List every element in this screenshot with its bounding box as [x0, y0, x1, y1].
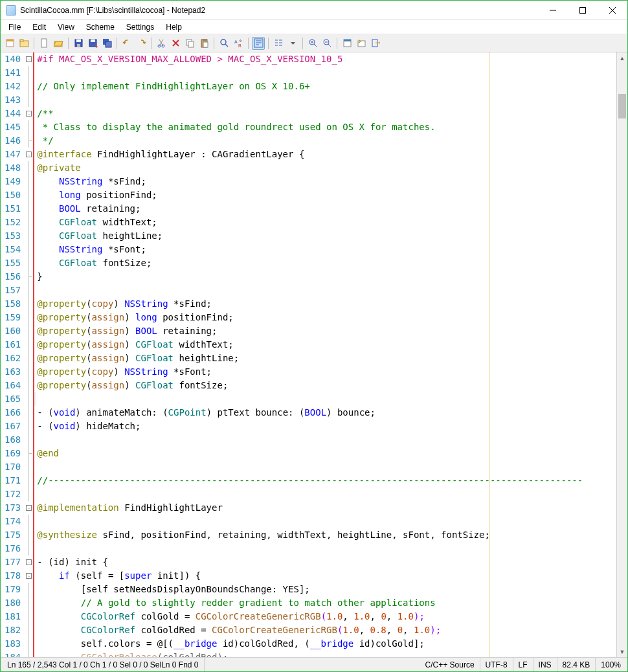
new-window-button[interactable] — [3, 37, 16, 50]
window-controls — [538, 1, 627, 19]
long-line-edge — [489, 52, 489, 657]
code-line — [34, 487, 616, 501]
code-line — [34, 433, 616, 447]
save-copy-button[interactable] — [100, 37, 113, 50]
code-line: @property(copy) NSString *sFont; — [34, 365, 616, 379]
code-line — [34, 284, 616, 297]
code-line: */ — [34, 134, 616, 148]
titlebar: ScintillaCocoa.mm [F:\Libs\scintilla\coc… — [1, 1, 627, 20]
menu-edit[interactable]: Edit — [27, 21, 51, 33]
replace-button[interactable]: AB — [232, 37, 245, 50]
minimize-button[interactable] — [538, 1, 568, 19]
editor[interactable]: 1401411421431441451461471481491501511521… — [1, 52, 627, 657]
line-number-button[interactable] — [272, 37, 285, 50]
menu-settings[interactable]: Settings — [121, 21, 159, 33]
code-line: @private — [34, 161, 616, 175]
maximize-button[interactable] — [568, 1, 598, 19]
toolbar-sep — [117, 38, 117, 49]
code-line: long positionFind; — [34, 188, 616, 202]
menu-scheme[interactable]: Scheme — [81, 21, 120, 33]
save-button[interactable] — [72, 37, 85, 50]
scroll-down-button[interactable]: ▼ — [617, 646, 627, 657]
delete-button[interactable] — [169, 37, 182, 50]
scroll-up-button[interactable]: ▲ — [617, 52, 627, 63]
code-line — [34, 460, 616, 474]
menu-view[interactable]: View — [52, 21, 80, 33]
save-as-button[interactable] — [86, 37, 99, 50]
redo-button[interactable] — [135, 37, 148, 50]
svg-rect-8 — [76, 39, 81, 42]
svg-point-21 — [221, 39, 226, 45]
code-line — [34, 392, 616, 406]
menu-file[interactable]: File — [3, 21, 26, 33]
code-line: // Only implement FindHighlightLayer on … — [34, 80, 616, 93]
svg-rect-28 — [344, 39, 351, 41]
code-line: CGFloat heightLine; — [34, 229, 616, 243]
code-line: * Class to display the animated gold rou… — [34, 120, 616, 134]
code-line: CGColorRef colGoldRed = CGColorCreateGen… — [34, 623, 616, 637]
paste-button[interactable] — [197, 37, 210, 50]
code-line: @synthesize sFind, positionFind, retaini… — [34, 528, 616, 542]
window-title: ScintillaCocoa.mm [F:\Libs\scintilla\coc… — [20, 6, 538, 15]
status-zoom[interactable]: 100% — [596, 658, 626, 671]
open-file-button[interactable] — [52, 37, 65, 50]
menu-help[interactable]: Help — [161, 21, 187, 33]
dropdown-button[interactable] — [286, 37, 299, 50]
copy-button[interactable] — [183, 37, 196, 50]
svg-rect-9 — [77, 44, 80, 47]
code-line: } — [34, 270, 616, 284]
code-line: - (void) hideMatch; — [34, 420, 616, 433]
browse-button[interactable] — [17, 37, 30, 50]
exit-button[interactable] — [369, 37, 382, 50]
svg-rect-0 — [580, 7, 586, 13]
status-ovr[interactable]: INS — [533, 658, 557, 671]
toolbar-sep — [214, 38, 214, 49]
code-line: @end — [34, 447, 616, 460]
app-icon — [6, 5, 16, 16]
code-line: // A gold to slightly redder gradient to… — [34, 596, 616, 610]
code-line: @property(copy) NSString *sFind; — [34, 297, 616, 311]
toolbar: AB — [1, 34, 627, 52]
find-button[interactable] — [218, 37, 230, 50]
svg-text:A: A — [234, 39, 238, 44]
zoom-out-button[interactable] — [320, 37, 333, 50]
cut-button[interactable] — [155, 37, 168, 50]
status-eol[interactable]: LF — [513, 658, 533, 671]
status-encoding[interactable]: UTF-8 — [480, 658, 513, 671]
code-line: BOOL retaining; — [34, 202, 616, 216]
code-line: @property(assign) BOOL retaining; — [34, 324, 616, 338]
code-line: - (id) init { — [34, 555, 616, 569]
code-area[interactable]: #if MAC_OS_X_VERSION_MAX_ALLOWED > MAC_O… — [33, 52, 616, 657]
svg-rect-4 — [20, 39, 23, 41]
code-line: CGColorRef colGold = CGColorCreateGeneri… — [34, 610, 616, 623]
fold-column[interactable]: ------ — [25, 52, 33, 657]
code-line: @interface FindHighlightLayer : CAGradie… — [34, 148, 616, 161]
zoom-in-button[interactable] — [306, 37, 319, 50]
menubar: File Edit View Scheme Settings Help — [1, 20, 627, 34]
word-wrap-button[interactable] — [252, 37, 265, 50]
toolbar-sep — [337, 38, 337, 49]
new-file-button[interactable] — [38, 37, 50, 50]
svg-rect-20 — [203, 42, 208, 47]
vertical-scrollbar[interactable]: ▲ ▼ — [616, 52, 627, 657]
toolbar-sep — [302, 38, 303, 49]
code-line: - (void) animateMatch: (CGPoint) ptText … — [34, 406, 616, 420]
code-line — [34, 542, 616, 555]
scroll-thumb[interactable] — [618, 94, 626, 118]
code-line: CGColorRelease(colGoldRed); — [34, 651, 616, 657]
code-line: [self setNeedsDisplayOnBoundsChange: YES… — [34, 583, 616, 596]
customize-button[interactable] — [355, 37, 368, 50]
code-line: //--------------------------------------… — [34, 474, 616, 487]
status-position[interactable]: Ln 165 / 2,543 Col 1 / 0 Ch 1 / 0 Sel 0 … — [2, 658, 205, 671]
code-line: @property(assign) CGFloat widthText; — [34, 338, 616, 352]
close-button[interactable] — [598, 1, 627, 19]
status-language[interactable]: C/C++ Source — [420, 658, 480, 671]
code-line: self.colors = @[(__bridge id)colGoldRed,… — [34, 637, 616, 651]
svg-text:B: B — [238, 43, 241, 48]
undo-button[interactable] — [120, 37, 133, 50]
code-line: @property(assign) long positionFind; — [34, 311, 616, 324]
scheme-button[interactable] — [341, 37, 353, 50]
svg-rect-17 — [188, 41, 194, 47]
toolbar-sep — [68, 38, 69, 49]
code-line: @property(assign) CGFloat heightLine; — [34, 352, 616, 365]
